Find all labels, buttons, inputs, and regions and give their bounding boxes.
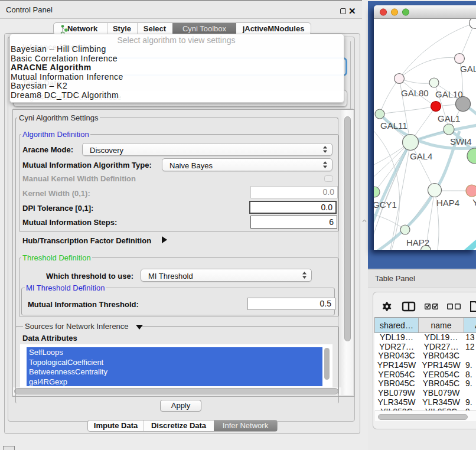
svg-text:GAL4: GAL4 — [410, 151, 432, 161]
svg-text:GCY1: GCY1 — [374, 200, 397, 210]
svg-text:GAL80: GAL80 — [401, 88, 429, 98]
svg-text:GAL10: GAL10 — [435, 89, 463, 99]
svg-text:GAL11: GAL11 — [380, 120, 407, 131]
svg-text:GAL7: GAL7 — [460, 64, 476, 74]
svg-text:YB: YB — [472, 197, 476, 207]
svg-text:GAL1: GAL1 — [438, 113, 460, 123]
svg-text:HAP2: HAP2 — [406, 237, 429, 247]
svg-text:HAP4: HAP4 — [436, 198, 459, 208]
svg-text:SWI4: SWI4 — [450, 136, 472, 146]
